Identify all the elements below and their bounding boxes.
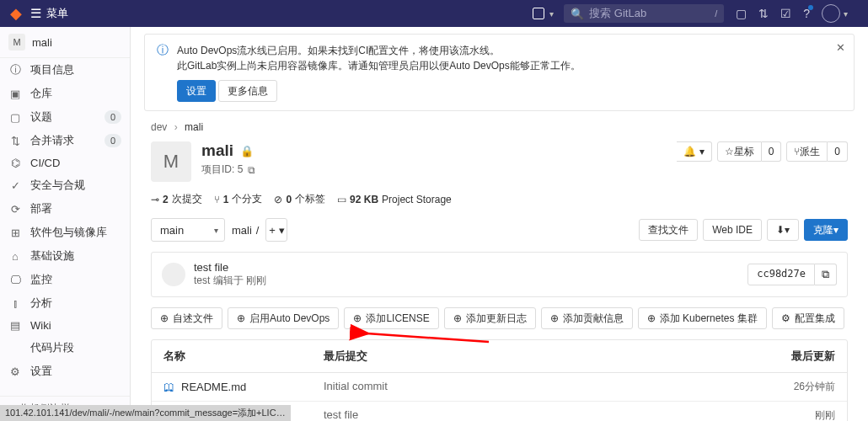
commits-stat[interactable]: ⊸ 2次提交 bbox=[151, 192, 202, 206]
main: ⓘ Auto DevOps流水线已启用。如果未找到CI配置文件，将使用该流水线。… bbox=[131, 27, 868, 421]
todo-icon[interactable]: ☑ bbox=[780, 7, 791, 20]
download-button[interactable]: ⬇ ▾ bbox=[767, 219, 799, 241]
browser-statusbar: 101.42.101.141/dev/mali/-/new/main?commi… bbox=[0, 405, 291, 421]
sidebar-item[interactable]: ⇅合并请求0 bbox=[0, 129, 130, 152]
file-icon: 🕮 bbox=[163, 381, 174, 393]
sidebar-item[interactable]: ▢议题0 bbox=[0, 105, 130, 129]
col-commit: 最后提交 bbox=[324, 349, 759, 364]
help-icon[interactable]: ? bbox=[803, 7, 810, 20]
storage-stat[interactable]: ▭ 92 KBProject Storage bbox=[337, 192, 452, 206]
menu-label[interactable]: 菜单 bbox=[46, 6, 68, 21]
star-count: 0 bbox=[762, 141, 782, 162]
lock-icon: 🔒 bbox=[240, 145, 254, 157]
star-button[interactable]: ☆ 星标 bbox=[717, 141, 762, 162]
sidebar-icon: ⌂ bbox=[8, 250, 22, 263]
sidebar-icon: 🖵 bbox=[8, 274, 22, 286]
quick-action-button[interactable]: ⊕添加 Kubernetes 集群 bbox=[638, 307, 767, 329]
copy-id-icon[interactable]: ⧉ bbox=[248, 164, 255, 176]
breadcrumb: dev › mali bbox=[151, 121, 848, 133]
merge-requests-icon[interactable]: ⇅ bbox=[758, 7, 769, 20]
project-avatar-large: M bbox=[151, 141, 191, 182]
alert-line1: Auto DevOps流水线已启用。如果未找到CI配置文件，将使用该流水线。 bbox=[177, 43, 581, 58]
project-title: mali 🔒 bbox=[201, 141, 255, 160]
sidebar-item[interactable]: 代码片段 bbox=[0, 336, 130, 360]
web-ide-button[interactable]: Web IDE bbox=[703, 219, 762, 241]
sidebar-icon: ✓ bbox=[8, 179, 22, 192]
user-menu-chevron-icon[interactable]: ▾ bbox=[844, 9, 848, 19]
search-input[interactable]: 🔍 搜索 GitLab / bbox=[564, 4, 724, 23]
project-avatar: M bbox=[8, 34, 25, 51]
add-file-button[interactable]: + ▾ bbox=[265, 218, 287, 242]
project-id: 项目ID: 5 bbox=[201, 163, 243, 177]
alert-close-icon[interactable]: ✕ bbox=[836, 41, 845, 54]
quick-action-button[interactable]: ⊕自述文件 bbox=[151, 307, 222, 329]
quick-action-button[interactable]: ⊕启用Auto DevOps bbox=[228, 307, 339, 329]
sidebar-badge: 0 bbox=[104, 134, 121, 147]
copy-sha-icon[interactable]: ⧉ bbox=[815, 264, 837, 285]
sidebar-icon: ▢ bbox=[8, 111, 22, 124]
sidebar-item[interactable]: ▣仓库 bbox=[0, 82, 130, 105]
info-icon: ⓘ bbox=[157, 43, 169, 102]
branches-stat[interactable]: ⑂ 1个分支 bbox=[214, 192, 263, 206]
sidebar-item[interactable]: ⓘ项目信息 bbox=[0, 58, 130, 82]
issues-icon[interactable]: ▢ bbox=[736, 7, 747, 20]
gitlab-logo-icon[interactable]: ◆ bbox=[10, 4, 22, 23]
sidebar-icon: ⚙ bbox=[8, 365, 22, 378]
search-placeholder: 搜索 GitLab bbox=[589, 6, 646, 21]
chevron-down-icon[interactable]: ▾ bbox=[549, 9, 554, 19]
branch-select[interactable]: main bbox=[151, 218, 225, 242]
topbar: ◆ ☰ 菜单 ▾ 🔍 搜索 GitLab / ▢ ⇅ ☑ ? ▾ bbox=[0, 0, 868, 27]
sidebar-item[interactable]: ⚙设置 bbox=[0, 360, 130, 383]
sidebar-project[interactable]: M mali bbox=[0, 27, 130, 58]
hamburger-icon[interactable]: ☰ bbox=[30, 6, 41, 21]
sidebar-icon: ⊞ bbox=[8, 226, 22, 239]
devops-alert: ⓘ Auto DevOps流水线已启用。如果未找到CI配置文件，将使用该流水线。… bbox=[144, 34, 855, 111]
sidebar-icon: ⌬ bbox=[8, 157, 22, 169]
last-commit: test file test 编辑于 刚刚 cc98d27e ⧉ bbox=[151, 252, 848, 297]
sidebar-icon: ⟳ bbox=[8, 203, 22, 216]
sidebar: M mali ⓘ项目信息▣仓库▢议题0⇅合并请求0⌬CI/CD✓安全与合规⟳部署… bbox=[0, 27, 131, 421]
commit-sha[interactable]: cc98d27e bbox=[747, 264, 815, 285]
commit-avatar bbox=[162, 263, 185, 286]
sidebar-item[interactable]: ⌂基础设施 bbox=[0, 244, 130, 268]
sidebar-item[interactable]: ✓安全与合规 bbox=[0, 173, 130, 197]
sidebar-icon: ⓘ bbox=[8, 62, 22, 77]
col-name: 名称 bbox=[163, 349, 324, 364]
tags-stat[interactable]: ⊘ 0个标签 bbox=[274, 192, 325, 206]
quick-actions: ⊕自述文件⊕启用Auto DevOps⊕添加LICENSE⊕添加更新日志⊕添加贡… bbox=[151, 307, 848, 329]
fork-count: 0 bbox=[828, 141, 848, 162]
path-root[interactable]: mali bbox=[232, 224, 252, 237]
user-avatar[interactable] bbox=[822, 4, 840, 23]
quick-action-button[interactable]: ⚙配置集成 bbox=[772, 307, 844, 329]
project-name: mali bbox=[32, 36, 52, 49]
sidebar-item[interactable]: ⟳部署 bbox=[0, 197, 130, 221]
commit-title[interactable]: test file bbox=[194, 261, 266, 274]
sidebar-item[interactable]: ⊞软件包与镜像库 bbox=[0, 221, 130, 244]
fork-button[interactable]: ⑂ 派生 bbox=[786, 141, 828, 162]
sidebar-item[interactable]: ▤Wiki bbox=[0, 315, 130, 336]
breadcrumb-dev[interactable]: dev bbox=[151, 121, 167, 133]
quick-action-button[interactable]: ⊕添加贡献信息 bbox=[541, 307, 633, 329]
new-project-icon[interactable] bbox=[533, 8, 544, 19]
search-icon: 🔍 bbox=[571, 8, 584, 20]
file-row[interactable]: 🕮README.mdInitial commit26分钟前 bbox=[152, 373, 847, 402]
col-updated: 最后更新 bbox=[759, 349, 835, 364]
sidebar-item[interactable]: ⫿分析 bbox=[0, 291, 130, 315]
find-file-button[interactable]: 查找文件 bbox=[639, 219, 698, 241]
clone-button[interactable]: 克隆 ▾ bbox=[804, 219, 848, 241]
search-kbd: / bbox=[715, 8, 717, 19]
sidebar-item[interactable]: ⌬CI/CD bbox=[0, 152, 130, 173]
quick-action-button[interactable]: ⊕添加更新日志 bbox=[444, 307, 536, 329]
alert-settings-button[interactable]: 设置 bbox=[177, 80, 216, 102]
sidebar-item[interactable]: 🖵监控 bbox=[0, 268, 130, 291]
alert-more-button[interactable]: 更多信息 bbox=[218, 80, 277, 102]
sidebar-badge: 0 bbox=[104, 110, 121, 124]
project-stats: ⊸ 2次提交 ⑂ 1个分支 ⊘ 0个标签 ▭ 92 KBProject Stor… bbox=[151, 192, 848, 206]
sidebar-icon: ▤ bbox=[8, 319, 22, 332]
notification-dropdown[interactable]: 🔔 ▾ bbox=[677, 141, 711, 162]
alert-line2: 此GitLab实例上尚未启用容器镜像库。请通知管理员启用以便Auto DevOp… bbox=[177, 58, 581, 73]
sidebar-icon: ⇅ bbox=[8, 135, 22, 147]
quick-action-button[interactable]: ⊕添加LICENSE bbox=[344, 307, 438, 329]
sidebar-icon: ▣ bbox=[8, 88, 22, 100]
breadcrumb-project[interactable]: mali bbox=[185, 121, 203, 133]
